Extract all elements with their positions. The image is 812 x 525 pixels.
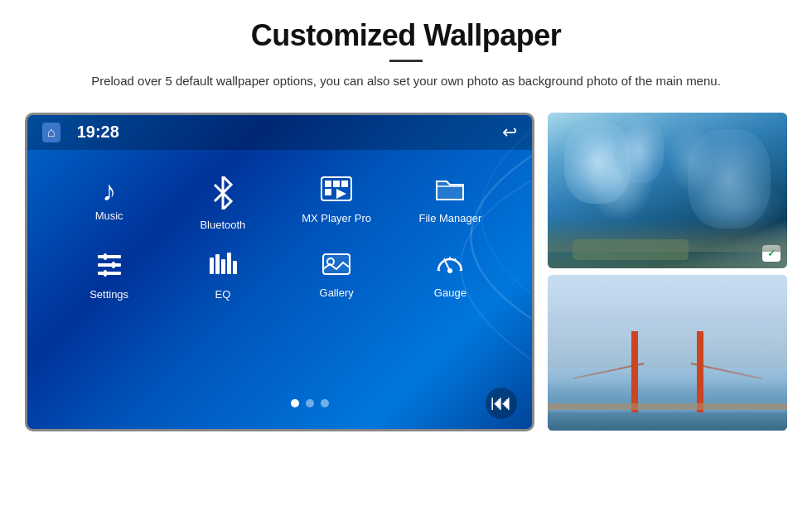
mxplayer-label: MX Player Pro <box>302 212 371 224</box>
home-button[interactable]: ⌂ <box>42 123 60 142</box>
music-icon: ♪ <box>102 176 116 205</box>
svg-marker-5 <box>336 189 346 199</box>
app-music[interactable]: ♪ Music <box>52 166 166 241</box>
app-gallery[interactable]: Gallery <box>280 241 394 311</box>
svg-rect-6 <box>98 255 121 258</box>
settings-icon <box>95 251 123 283</box>
bluetooth-icon <box>210 176 235 214</box>
app-filemanager[interactable]: File Manager <box>394 166 507 241</box>
svg-rect-11 <box>104 270 107 277</box>
gauge-icon <box>435 251 465 282</box>
home-icon: ⌂ <box>47 125 56 140</box>
svg-rect-13 <box>215 254 220 274</box>
page-dots <box>291 399 329 407</box>
svg-rect-7 <box>104 253 107 260</box>
filemanager-icon <box>435 176 465 207</box>
page-subtitle: Preload over 5 default wallpaper options… <box>50 72 762 91</box>
side-images: ✓ <box>548 113 787 431</box>
title-divider <box>389 60 423 62</box>
app-gauge[interactable]: Gauge <box>394 241 507 311</box>
eq-icon <box>208 251 238 283</box>
app-bluetooth[interactable]: Bluetooth <box>166 166 279 241</box>
main-content: ⌂ 19:28 ↩ ♪ Music Bluetooth <box>0 99 812 431</box>
mxplayer-icon <box>321 176 352 207</box>
app-eq[interactable]: EQ <box>166 241 279 311</box>
svg-rect-10 <box>98 272 121 275</box>
filemanager-label: File Manager <box>418 212 481 224</box>
checkmark-badge: ✓ <box>762 245 781 262</box>
svg-rect-3 <box>341 181 348 187</box>
gauge-label: Gauge <box>434 287 466 299</box>
status-left: ⌂ 19:28 <box>42 123 119 142</box>
app-settings[interactable]: Settings <box>52 241 166 311</box>
gallery-label: Gallery <box>320 287 354 299</box>
bridge-road <box>548 403 787 410</box>
app-mxplayer[interactable]: MX Player Pro <box>280 166 394 241</box>
svg-point-19 <box>447 268 452 273</box>
svg-rect-16 <box>233 261 237 274</box>
svg-rect-4 <box>325 189 331 195</box>
bottom-bar: ⏮ <box>27 388 532 429</box>
dot-2[interactable] <box>306 399 314 407</box>
page-header: Customized Wallpaper Preload over 5 defa… <box>0 0 812 99</box>
app-grid: ♪ Music Bluetooth <box>27 150 532 327</box>
time-display: 19:28 <box>77 123 119 142</box>
svg-rect-12 <box>210 258 214 274</box>
svg-rect-2 <box>333 181 340 187</box>
device-screen: ⌂ 19:28 ↩ ♪ Music Bluetooth <box>25 113 534 431</box>
svg-rect-15 <box>227 253 231 274</box>
bridge-image <box>548 275 787 431</box>
bluetooth-label: Bluetooth <box>200 219 245 231</box>
skip-back-button[interactable]: ⏮ <box>486 388 517 419</box>
gallery-icon <box>321 251 351 282</box>
svg-rect-8 <box>98 263 121 267</box>
back-button[interactable]: ↩ <box>502 122 517 143</box>
dot-3[interactable] <box>321 399 329 407</box>
music-label: Music <box>95 210 123 222</box>
svg-rect-14 <box>221 259 225 274</box>
svg-rect-9 <box>112 262 115 268</box>
eq-label: EQ <box>215 288 230 301</box>
settings-label: Settings <box>89 288 128 301</box>
svg-rect-1 <box>325 181 331 187</box>
page-title: Customized Wallpaper <box>50 18 762 53</box>
ice-cave-image: ✓ <box>548 113 787 268</box>
status-bar: ⌂ 19:28 ↩ <box>27 115 532 150</box>
dot-1[interactable] <box>291 399 299 407</box>
